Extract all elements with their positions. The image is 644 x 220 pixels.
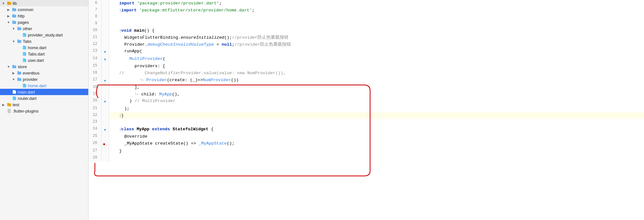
svg-text:D: D [23, 53, 25, 55]
dart-file-icon: D [22, 45, 27, 50]
line-number: 26 [89, 140, 101, 148]
sidebar-item-label: provider [23, 77, 38, 82]
code-editor[interactable]: 6 import 'package:provider/provider.dart… [89, 0, 644, 220]
svg-rect-2 [12, 9, 16, 11]
line-number: 12 [89, 41, 101, 48]
sidebar-item-label: main.dart [18, 90, 35, 94]
sidebar-item-label: home.dart [28, 45, 46, 50]
line-number: 17 [89, 77, 101, 84]
line-content: ├} [109, 112, 644, 119]
dart-file-icon: D [22, 58, 27, 63]
svg-rect-21 [12, 65, 14, 66]
sidebar-item-test[interactable]: test [0, 101, 88, 108]
line-content: MultiProvider( [109, 55, 644, 63]
svg-text:D: D [23, 47, 25, 49]
gutter [101, 91, 109, 98]
gutter [101, 41, 109, 48]
gutter: ▼ [101, 126, 109, 133]
sidebar-item-tabs-folder[interactable]: Tabs [0, 38, 88, 44]
line-number: 9 [89, 21, 101, 28]
line-content: } [109, 148, 644, 155]
gutter [101, 105, 109, 112]
gutter [101, 27, 109, 34]
arrow-icon [11, 26, 16, 31]
gutter [101, 84, 109, 91]
code-line-13: 13 ▼ runApp( [89, 48, 644, 55]
dart-file-icon: D [22, 83, 27, 88]
fold-arrow-icon[interactable]: ▼ [104, 100, 106, 104]
folder-icon [17, 26, 22, 31]
line-content: ├void main() { [109, 27, 644, 34]
sidebar-item-label: Tabs.dart [28, 52, 45, 56]
sidebar-item-provider-study[interactable]: D provider_study.dart [0, 32, 88, 38]
line-number: 22 [89, 112, 101, 119]
line-number: 16 [89, 70, 101, 77]
svg-rect-34 [8, 109, 11, 113]
line-content: WidgetsFlutterBinding.ensureInitialized(… [109, 34, 644, 41]
svg-rect-4 [12, 15, 16, 18]
arrow-icon [6, 64, 11, 69]
fold-arrow-icon[interactable]: ▼ [104, 50, 106, 54]
sidebar-item-user-dart[interactable]: D user.dart [0, 57, 88, 63]
gutter [101, 7, 109, 14]
sidebar-item-label: common [18, 7, 34, 12]
code-line-23: 23 [89, 119, 644, 126]
folder-icon [12, 13, 17, 18]
sidebar-item-label: user.dart [28, 58, 44, 63]
svg-rect-1 [7, 2, 9, 3]
sidebar-item-flutter-plugins[interactable]: .flutter-plugins [0, 108, 88, 114]
sidebar-item-home-dart[interactable]: D home.dart [0, 44, 88, 51]
svg-rect-13 [17, 40, 19, 41]
sidebar-item-label: http [18, 14, 25, 18]
arrow-icon [11, 71, 16, 75]
code-line-20: 20 ▼ ) // MultiProvider [89, 98, 644, 105]
line-number: 18 [89, 84, 101, 91]
sidebar-item-label: provider_study.dart [28, 33, 63, 37]
fold-arrow-icon[interactable]: ▼ [104, 58, 106, 61]
file-tree[interactable]: lib common http pages other D [0, 0, 89, 220]
sidebar-item-eventbus[interactable]: eventbus [0, 70, 88, 76]
fold-arrow-icon[interactable]: ▼ [104, 128, 106, 132]
gutter [101, 0, 109, 7]
fold-arrow-icon[interactable]: ▼ [104, 79, 106, 83]
sidebar-item-label: other [23, 26, 32, 31]
sidebar-item-pages[interactable]: pages [0, 19, 88, 25]
sidebar-item-provider-folder[interactable]: provider [0, 76, 88, 82]
sidebar-item-label: eventbus [23, 71, 40, 75]
code-line-6: 6 import 'package:provider/provider.dart… [89, 0, 644, 7]
sidebar-item-tabs-dart[interactable]: D Tabs.dart [0, 51, 88, 57]
arrow-icon [1, 1, 6, 5]
svg-rect-0 [7, 2, 11, 5]
code-line-18: 18 ], [89, 84, 644, 91]
svg-rect-6 [12, 21, 16, 24]
dart-file-icon: D [22, 51, 27, 56]
code-line-14: 14 ▼ MultiProvider( [89, 55, 644, 63]
sidebar-item-main-dart[interactable]: D main.dart [0, 89, 88, 95]
sidebar-item-http[interactable]: http [0, 13, 88, 19]
sidebar-item-router-dart[interactable]: D router.dart [0, 95, 88, 101]
line-number: 11 [89, 34, 101, 41]
line-number: 19 [89, 91, 101, 98]
folder-icon [7, 1, 12, 6]
code-line-25: 25 @override [89, 133, 644, 140]
line-content [109, 21, 644, 28]
sidebar-item-common[interactable]: common [0, 6, 88, 13]
code-line-28: 28 [89, 155, 644, 162]
line-content [109, 155, 644, 162]
sidebar-item-lib[interactable]: lib [0, 0, 88, 6]
svg-rect-8 [17, 28, 21, 30]
sidebar-item-label: lib [13, 1, 17, 6]
sidebar-item-other[interactable]: other [0, 25, 88, 32]
line-content: └─ child: MyApp(), [109, 91, 644, 98]
sidebar-item-label: store [18, 64, 27, 69]
line-number: 27 [89, 148, 101, 155]
code-line-26: 26 ●↑ _MyAppState createState() => _MyAp… [89, 140, 644, 148]
breakpoint-icon[interactable]: ● [103, 142, 105, 147]
svg-rect-7 [12, 21, 14, 22]
gutter [101, 70, 109, 77]
sidebar-item-provider-home[interactable]: D home.dart [0, 82, 88, 89]
gutter [101, 155, 109, 162]
sidebar-item-store[interactable]: store [0, 63, 88, 70]
gutter: ▼ [101, 77, 109, 84]
line-number: 24 [89, 126, 101, 133]
